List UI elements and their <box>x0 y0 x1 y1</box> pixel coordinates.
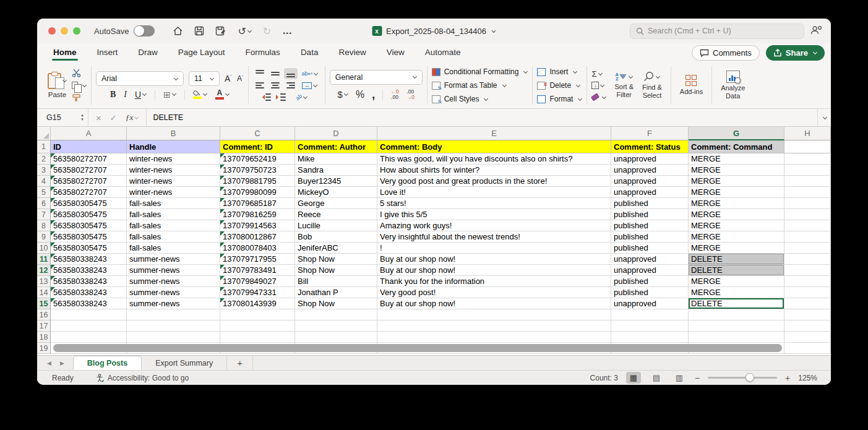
row-header-1[interactable]: 1 <box>37 140 51 153</box>
cell-C14[interactable]: 137079947331 <box>220 287 295 298</box>
cell-F14[interactable]: published <box>611 287 689 298</box>
column-header-F[interactable]: F <box>611 127 689 140</box>
cell-B11[interactable]: summer-news <box>127 254 220 265</box>
accessibility-status[interactable]: Accessibility: Good to go <box>96 374 189 382</box>
add-sheet-button[interactable]: + <box>227 356 253 370</box>
font-size-select[interactable]: 11 <box>189 71 220 86</box>
cell-F13[interactable]: published <box>611 276 689 287</box>
cell-C2[interactable]: 137079652419 <box>220 153 295 165</box>
tab-data[interactable]: Data <box>299 45 320 61</box>
format-painter-button[interactable] <box>72 92 87 103</box>
cell-D10[interactable]: JeniferABC <box>295 243 377 254</box>
undo-chevron-icon[interactable] <box>247 28 252 32</box>
normal-view-button[interactable]: ▦ <box>626 372 641 384</box>
cell-A6[interactable]: 563580305475 <box>51 198 127 209</box>
cell-H16[interactable] <box>784 309 831 320</box>
title-chevron-icon[interactable] <box>492 28 496 32</box>
cell-G2[interactable]: MERGE <box>689 153 784 165</box>
cell-G16[interactable] <box>689 309 784 320</box>
autosum-button[interactable]: Σ <box>591 69 606 79</box>
cell-D11[interactable]: Shop Now <box>295 254 377 265</box>
cell-A10[interactable]: 563580305475 <box>51 243 127 254</box>
cell-F18[interactable] <box>611 332 689 343</box>
italic-button[interactable]: I <box>124 90 127 100</box>
fill-button[interactable]: ↓ <box>591 80 606 90</box>
column-header-B[interactable]: B <box>127 127 220 140</box>
tab-draw[interactable]: Draw <box>137 45 159 61</box>
cell-H3[interactable] <box>784 165 831 176</box>
cell-A11[interactable]: 563580338243 <box>51 254 127 265</box>
undo-icon[interactable]: ↺ <box>238 25 251 37</box>
cell-A3[interactable]: 563580272707 <box>51 165 127 176</box>
cell-F2[interactable]: unapproved <box>611 153 689 165</box>
cell-B14[interactable]: summer-news <box>127 287 220 298</box>
align-bottom-button[interactable] <box>284 68 298 79</box>
row-header-6[interactable]: 6 <box>37 198 51 209</box>
cell-A9[interactable]: 563580305475 <box>51 231 127 243</box>
row-header-16[interactable]: 16 <box>37 309 51 320</box>
close-window-button[interactable] <box>48 27 56 35</box>
cell-H12[interactable] <box>784 265 831 276</box>
cell-C15[interactable]: 137080143939 <box>220 298 295 309</box>
cell-C11[interactable]: 137079717955 <box>220 254 295 265</box>
cell-F15[interactable]: unapproved <box>611 298 689 309</box>
prev-sheet-button[interactable]: ◀ <box>47 360 51 366</box>
cut-button[interactable] <box>72 67 87 79</box>
sheet-tab-blog-posts[interactable]: Blog Posts <box>73 356 142 370</box>
cell-F12[interactable]: unapproved <box>611 265 689 276</box>
cell-C10[interactable]: 137080078403 <box>220 243 295 254</box>
cell-C12[interactable]: 137079783491 <box>220 265 295 276</box>
cell-E13[interactable]: Thank you for the information <box>377 276 611 287</box>
formula-bar-expand-button[interactable] <box>817 109 831 126</box>
minimize-window-button[interactable] <box>61 27 68 35</box>
comments-button[interactable]: Comments <box>692 45 760 61</box>
sort-filter-button[interactable]: AZ Sort &Filter <box>614 72 634 98</box>
align-right-button[interactable] <box>284 80 298 91</box>
format-cells-button[interactable]: Format <box>537 93 582 105</box>
bold-button[interactable]: B <box>110 90 116 100</box>
cell-C1[interactable]: Comment: ID <box>220 140 295 153</box>
cell-F6[interactable]: published <box>611 198 689 209</box>
borders-button[interactable]: ⊞ <box>163 90 176 100</box>
cell-E4[interactable]: Very good post and great products in the… <box>377 176 611 187</box>
cell-H18[interactable] <box>784 332 831 343</box>
cell-H10[interactable] <box>784 243 831 254</box>
cell-G9[interactable]: MERGE <box>689 231 784 243</box>
cell-C17[interactable] <box>220 320 295 332</box>
cell-F9[interactable]: published <box>611 231 689 243</box>
cell-A13[interactable]: 563580338243 <box>51 276 127 287</box>
cell-F4[interactable]: unapproved <box>611 176 689 187</box>
cell-H9[interactable] <box>784 231 831 243</box>
row-header-18[interactable]: 18 <box>37 332 51 343</box>
cell-H5[interactable] <box>784 187 831 198</box>
zoom-slider-knob[interactable] <box>746 373 754 382</box>
share-button[interactable]: Share <box>766 45 825 61</box>
underline-button[interactable]: U <box>135 90 147 100</box>
cell-C8[interactable]: 137079914563 <box>220 220 295 231</box>
cell-G3[interactable]: MERGE <box>689 165 784 176</box>
cell-F8[interactable]: published <box>611 220 689 231</box>
cell-H2[interactable] <box>784 153 831 165</box>
column-header-A[interactable]: A <box>51 127 127 140</box>
cell-E12[interactable]: Buy at our shop now! <box>377 265 611 276</box>
cell-F7[interactable]: published <box>611 209 689 220</box>
cell-styles-button[interactable]: Cell Styles <box>432 93 489 105</box>
tab-automate[interactable]: Automate <box>424 45 462 61</box>
cell-H6[interactable] <box>784 198 831 209</box>
search-input[interactable]: Search (Cmd + Ctrl + U) <box>630 24 804 39</box>
cell-H19[interactable] <box>784 343 831 354</box>
cell-F11[interactable]: unapproved <box>611 254 689 265</box>
cell-A5[interactable]: 563580272707 <box>51 187 127 198</box>
cell-G13[interactable]: MERGE <box>689 276 784 287</box>
zoom-out-button[interactable]: − <box>695 373 700 383</box>
comma-style-button[interactable]: , <box>372 88 375 101</box>
cell-D9[interactable]: Bob <box>295 231 377 243</box>
confirm-entry-icon[interactable]: ✓ <box>110 113 117 123</box>
cell-C16[interactable] <box>220 309 295 320</box>
addins-button[interactable]: Add-ins <box>680 75 703 96</box>
cell-A8[interactable]: 563580305475 <box>51 220 127 231</box>
row-header-3[interactable]: 3 <box>37 165 51 176</box>
tab-home[interactable]: Home <box>52 45 78 61</box>
cell-D4[interactable]: Buyer12345 <box>295 176 377 187</box>
format-as-table-button[interactable]: Format as Table <box>432 79 507 92</box>
